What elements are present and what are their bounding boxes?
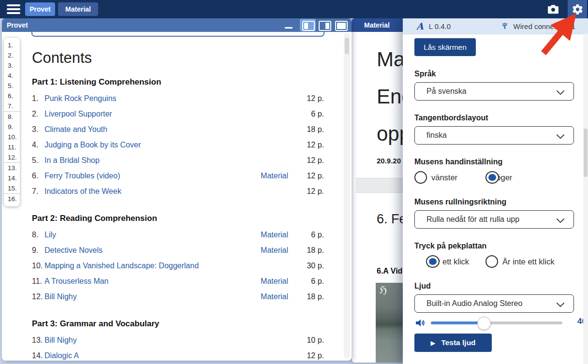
speaker-icon: [414, 317, 426, 331]
contents-row: 8.LilyMaterial6 p.: [32, 227, 324, 243]
question-number[interactable]: 9.: [4, 122, 20, 132]
minimize-button[interactable]: [283, 19, 295, 31]
contents-list: Part 1: Listening Comprehension1.Punk Ro…: [32, 77, 324, 361]
item-number: 11.: [32, 277, 44, 286]
question-link[interactable]: A Trouserless Man: [44, 277, 245, 286]
question-link[interactable]: Bill Nighy: [44, 292, 245, 301]
provet-window-content: 1.2.3.4.5.6.7.8.9.10.11.12.13.14.15.16. …: [2, 32, 352, 361]
question-link[interactable]: Judging a Book by its Cover: [44, 141, 245, 149]
question-number[interactable]: 4.: [4, 71, 20, 81]
settings-scrollbar[interactable]: [583, 34, 588, 364]
question-number[interactable]: 13.: [4, 162, 20, 173]
points-label: 18 p.: [297, 246, 324, 255]
item-number: 1.: [32, 94, 44, 103]
radio-unselected-icon[interactable]: [485, 255, 498, 268]
question-link[interactable]: Bill Nighy: [44, 336, 245, 345]
question-number[interactable]: 7.: [4, 101, 20, 111]
tab-provet[interactable]: Provet: [25, 2, 55, 16]
volume-slider[interactable]: [431, 321, 562, 324]
question-link[interactable]: Liverpool Supporter: [44, 110, 245, 118]
lock-screen-button[interactable]: Lås skärmen: [414, 38, 476, 56]
question-link[interactable]: Dialogic A: [44, 351, 245, 360]
question-number[interactable]: 12.: [4, 152, 20, 162]
hamburger-menu-icon[interactable]: [7, 4, 20, 14]
watermark-letter: ℌ: [379, 284, 387, 296]
audio-device-select[interactable]: Built-in Audio Analog Stereo: [414, 294, 574, 313]
window-layout-left-button[interactable]: [300, 19, 316, 31]
question-link[interactable]: In a Bridal Shop: [44, 156, 245, 165]
item-number: 7.: [32, 187, 44, 196]
part-heading: Part 2: Reading Comprehension: [32, 214, 324, 223]
settings-panel-header: A L 0.4.0 Wired connection 1: [403, 18, 588, 34]
question-number[interactable]: 3.: [4, 60, 20, 71]
material-link[interactable]: Material: [245, 172, 288, 180]
material-date: 20.9.20: [377, 157, 401, 165]
question-number[interactable]: 14.: [4, 173, 20, 183]
question-number[interactable]: 16.: [4, 193, 20, 204]
radio-option[interactable]: vänster: [414, 171, 457, 184]
test-sound-label: Testa ljud: [441, 338, 475, 347]
provet-scrollbar[interactable]: [344, 33, 350, 359]
tab-material[interactable]: Material: [58, 2, 98, 16]
scroll-direction-select[interactable]: Rulla nedåt för att rulla upp: [414, 210, 574, 229]
material-link[interactable]: Material: [245, 277, 288, 286]
radio-unselected-icon[interactable]: [414, 171, 427, 184]
question-link[interactable]: Climate and Youth: [44, 125, 245, 134]
material-link[interactable]: Material: [245, 231, 288, 239]
points-label: 10 p.: [297, 336, 324, 345]
contents-row: 4.Judging a Book by its Cover12 p.: [32, 137, 324, 153]
radio-option[interactable]: Är ett klick: [414, 255, 469, 268]
settings-button[interactable]: [568, 0, 587, 18]
item-number: 4.: [32, 141, 44, 149]
question-link[interactable]: Mapping a Vanished Landscape: Doggerland: [44, 262, 245, 270]
material-link[interactable]: Material: [245, 246, 288, 255]
layout-right-icon: [319, 21, 331, 31]
settings-scrollbar-thumb[interactable]: [584, 129, 588, 177]
keyboard-layout-select[interactable]: finska: [414, 126, 574, 145]
contents-heading: Contents: [32, 49, 324, 67]
provet-window: Provet 1.2.3.4.5.6.7.8.9.10.11.12.13.14.…: [2, 18, 352, 361]
radio-option[interactable]: Är inte ett klick: [485, 255, 554, 268]
radio-label: vänster: [431, 173, 457, 182]
part-heading: Part 1: Listening Comprehension: [32, 77, 324, 87]
question-link[interactable]: Ferry Troubles (video): [44, 172, 245, 180]
question-number[interactable]: 5.: [4, 81, 20, 91]
contents-row: 14.Dialogic A12 p.: [32, 348, 324, 361]
points-label: 12 p.: [297, 351, 324, 360]
provet-scrollbar-thumb[interactable]: [345, 38, 349, 54]
points-label: 18 p.: [297, 125, 324, 134]
item-number: 3.: [32, 125, 44, 134]
part-heading: Part 3: Grammar and Vocabulary: [32, 319, 324, 329]
window-layout-full-button[interactable]: [333, 19, 349, 31]
question-number[interactable]: 10.: [4, 132, 20, 142]
volume-slider-thumb[interactable]: [477, 317, 491, 330]
question-link[interactable]: Detective Novels: [44, 246, 245, 255]
question-link[interactable]: Punk Rock Penguins: [44, 94, 245, 103]
language-select[interactable]: På svenska: [414, 82, 574, 101]
test-sound-button[interactable]: ▶ Testa ljud: [414, 334, 492, 352]
radio-selected-icon[interactable]: [426, 255, 440, 268]
question-number[interactable]: 11.: [4, 142, 20, 152]
radio-selected-icon[interactable]: [485, 171, 499, 184]
question-link[interactable]: Indicators of the Week: [44, 187, 245, 196]
radio-option[interactable]: höger: [474, 171, 512, 184]
window-layout-right-button[interactable]: [316, 19, 332, 31]
item-number: 14.: [32, 351, 44, 360]
question-number[interactable]: 8.: [4, 111, 20, 122]
item-number: 6.: [32, 172, 44, 180]
contents-section: Contents Part 1: Listening Comprehension…: [32, 32, 324, 361]
touchpad-tap-label: Tryck på pekplattan: [414, 242, 486, 250]
touchpad-tap-radio-group: Är ett klickÄr inte ett klick: [414, 254, 554, 269]
screenshot-button[interactable]: [544, 2, 562, 16]
question-number[interactable]: 15.: [4, 183, 20, 193]
question-link[interactable]: Lily: [44, 231, 245, 239]
question-number[interactable]: 2.: [4, 50, 20, 60]
screen: Material Ma Eng opp 20.9.20 6. Fe 6.A Vi…: [0, 0, 588, 364]
question-number[interactable]: 1.: [4, 40, 20, 50]
window-controls: [283, 18, 349, 32]
provet-window-titlebar[interactable]: Provet: [2, 18, 352, 32]
material-link[interactable]: Material: [245, 292, 288, 301]
material-window-title: Material: [364, 21, 390, 29]
points-label: 12 p.: [297, 141, 324, 149]
question-number[interactable]: 6.: [4, 91, 20, 101]
